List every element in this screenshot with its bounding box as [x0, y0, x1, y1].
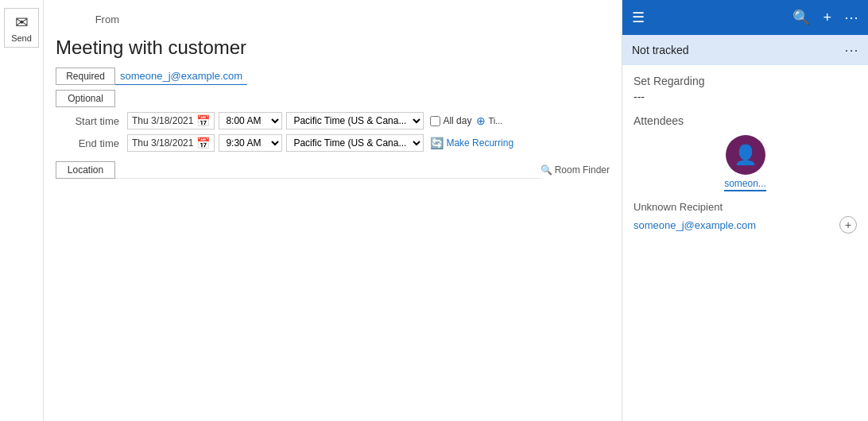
skype-icon: ⊕: [476, 114, 486, 127]
start-time-select[interactable]: 8:00 AM: [219, 112, 282, 129]
recurring-label: Make Recurring: [446, 137, 513, 149]
add-icon[interactable]: +: [823, 10, 831, 26]
start-timezone-select[interactable]: Pacific Time (US & Cana...: [286, 112, 424, 129]
start-time-row: Start time Thu 3/18/2021 📅 8:00 AM Pacif…: [56, 112, 610, 129]
room-finder-button[interactable]: 🔍 Room Finder: [541, 164, 610, 176]
end-timezone-select[interactable]: Pacific Time (US & Cana...: [286, 134, 424, 152]
end-time-row: End time Thu 3/18/2021 📅 9:30 AM Pacific…: [56, 134, 610, 152]
allday-wrapper: All day: [430, 115, 471, 126]
right-panel: ☰ 🔍 + ⋯ Not tracked ⋯ Set Regarding --- …: [622, 0, 868, 421]
attendee-card: 👤 someon...: [634, 135, 857, 191]
send-button[interactable]: ✉ Send: [4, 8, 39, 48]
unknown-email[interactable]: someone_j@example.com: [634, 219, 756, 231]
room-finder-icon: 🔍: [541, 164, 552, 176]
avatar[interactable]: 👤: [726, 135, 765, 175]
right-content: Set Regarding --- Attendees 👤 someon... …: [622, 65, 868, 421]
from-row: From: [56, 8, 610, 30]
send-label: Send: [11, 33, 32, 43]
search-icon[interactable]: 🔍: [792, 9, 810, 26]
add-recipient-button[interactable]: +: [839, 216, 857, 234]
start-date-picker[interactable]: Thu 3/18/2021 📅: [127, 112, 215, 129]
add-recipient-icon: +: [845, 218, 851, 231]
right-header: ☰ 🔍 + ⋯: [622, 0, 868, 35]
allday-checkbox[interactable]: [430, 116, 440, 126]
required-email[interactable]: someone_j@example.com: [115, 68, 247, 85]
make-recurring-button[interactable]: 🔄 Make Recurring: [430, 137, 513, 149]
more-dots-icon[interactable]: ⋯: [844, 9, 858, 26]
required-button[interactable]: Required: [56, 68, 115, 85]
from-label: From: [56, 14, 127, 25]
end-time-select[interactable]: 9:30 AM: [219, 134, 282, 152]
recurring-icon: 🔄: [430, 137, 444, 149]
location-button[interactable]: Location: [56, 161, 115, 179]
unknown-email-row: someone_j@example.com +: [634, 216, 857, 234]
meeting-title[interactable]: Meeting with customer: [56, 37, 246, 60]
start-date-text: Thu 3/18/2021: [132, 115, 193, 126]
compose-area: From Meeting with customer Required some…: [44, 0, 622, 421]
optional-field[interactable]: [115, 90, 610, 106]
title-row: Meeting with customer: [56, 37, 610, 60]
end-time-label: End time: [56, 137, 127, 149]
send-panel: ✉ Send: [0, 0, 44, 421]
unknown-recipient-section: Unknown Recipient someone_j@example.com …: [634, 201, 857, 234]
optional-row: Optional: [56, 90, 610, 107]
allday-label: All day: [443, 115, 471, 126]
location-field[interactable]: [115, 161, 541, 179]
start-calendar-icon[interactable]: 📅: [196, 114, 210, 127]
attendee-name[interactable]: someon...: [724, 178, 766, 191]
end-calendar-icon[interactable]: 📅: [196, 137, 210, 149]
hamburger-icon[interactable]: ☰: [632, 9, 645, 26]
start-time-label: Start time: [56, 115, 127, 127]
not-tracked-label: Not tracked: [632, 44, 689, 56]
not-tracked-more-icon[interactable]: ⋯: [844, 41, 858, 59]
regarding-value: ---: [634, 91, 857, 103]
send-icon: ✉: [15, 13, 29, 32]
optional-button[interactable]: Optional: [56, 90, 115, 107]
room-finder-label: Room Finder: [555, 164, 610, 176]
attendees-label: Attendees: [634, 114, 857, 127]
location-row: Location 🔍 Room Finder: [56, 161, 610, 179]
header-icons: ☰: [632, 9, 645, 26]
end-date-picker[interactable]: Thu 3/18/2021 📅: [127, 134, 215, 152]
avatar-icon: 👤: [734, 144, 758, 166]
required-row: Required someone_j@example.com: [56, 68, 610, 85]
unknown-recipient-label: Unknown Recipient: [634, 201, 857, 213]
skype-meeting-label: Ti...: [488, 116, 502, 126]
header-actions: 🔍 + ⋯: [792, 9, 858, 26]
not-tracked-bar: Not tracked ⋯: [622, 35, 868, 65]
set-regarding-label: Set Regarding: [634, 75, 857, 87]
end-date-text: Thu 3/18/2021: [132, 137, 193, 149]
